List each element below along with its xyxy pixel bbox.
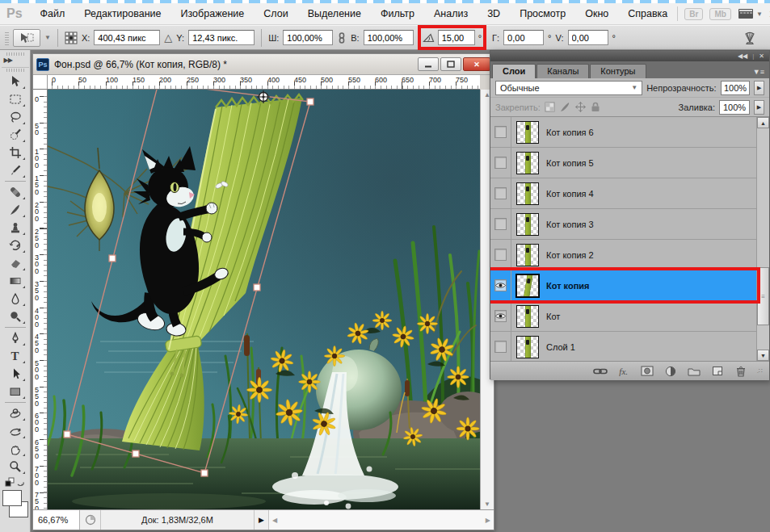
menu-image[interactable]: Изображение (171, 3, 255, 24)
lasso-tool[interactable] (4, 108, 27, 126)
tab-channels[interactable]: Каналы (536, 64, 589, 78)
scroll-right-icon[interactable]: ▶ (486, 517, 490, 524)
collapse-panel-icon[interactable]: ◀◀ (738, 52, 747, 60)
default-colors-icon[interactable] (5, 477, 26, 488)
new-layer-button[interactable] (710, 365, 725, 378)
layers-scrollbar[interactable]: ▲ ≡ ▼ (756, 117, 769, 361)
path-selection-tool[interactable] (4, 365, 27, 383)
document-title-bar[interactable]: Ps Фон.psd @ 66,7% (Кот копия, RGB/8) * … (33, 54, 494, 75)
hand-tool[interactable] (4, 440, 27, 458)
blend-mode-select[interactable]: Обычные▼ (495, 81, 642, 95)
blur-tool[interactable] (4, 290, 27, 308)
maximize-button[interactable] (440, 57, 461, 71)
menu-help[interactable]: Справка (618, 3, 677, 24)
color-swatches[interactable] (2, 489, 29, 526)
burn-tool[interactable] (4, 308, 27, 325)
menu-3d[interactable]: 3D (478, 3, 510, 24)
eye-icon[interactable] (494, 279, 507, 291)
eye-icon[interactable] (494, 310, 507, 322)
layer-thumbnail[interactable] (516, 244, 539, 266)
status-zoom-input[interactable]: 66,67% (33, 510, 80, 530)
menu-layers[interactable]: Слои (254, 3, 297, 24)
tool-preset-icon[interactable] (13, 29, 40, 47)
fill-spinner[interactable]: ▶ (754, 100, 764, 115)
eraser-tool[interactable] (4, 254, 27, 272)
layer-row[interactable]: Кот копия 3 (490, 209, 757, 240)
reference-point-locator[interactable] (65, 31, 78, 44)
menu-select[interactable]: Выделение (298, 3, 371, 24)
minimize-button[interactable] (418, 57, 439, 71)
layer-mask-button[interactable] (640, 365, 654, 378)
tool-preset-arrow[interactable]: ▼ (44, 34, 51, 41)
eyedropper-tool[interactable] (4, 161, 27, 179)
type-tool[interactable]: T (4, 347, 27, 365)
scroll-down-icon[interactable]: ▼ (484, 501, 490, 508)
3d-rotate-tool[interactable] (4, 404, 27, 422)
layer-row[interactable]: Кот копия 6 (490, 117, 757, 148)
transform-handle-top-right[interactable] (307, 98, 313, 105)
visibility-cell[interactable] (490, 270, 511, 301)
relative-position-icon[interactable]: △ (164, 31, 172, 44)
workspace-switcher-icon[interactable]: ▼ (738, 8, 763, 19)
panel-resize-grip[interactable]: .∷ (757, 367, 763, 375)
opacity-value[interactable]: 100% (721, 81, 751, 95)
tab-paths[interactable]: Контуры (590, 64, 646, 78)
delete-layer-button[interactable] (734, 365, 748, 378)
visibility-cell[interactable] (490, 209, 511, 240)
layer-thumbnail[interactable] (516, 182, 539, 205)
clone-stamp-tool[interactable] (4, 219, 27, 237)
rectangular-marquee-tool[interactable] (4, 90, 27, 108)
tab-layers[interactable]: Слои (492, 64, 536, 78)
link-layers-button[interactable] (593, 365, 608, 378)
visibility-cell[interactable] (490, 240, 511, 270)
spot-healing-tool[interactable] (4, 183, 27, 201)
layers-scroll-up[interactable]: ▲ (757, 117, 769, 128)
fill-value[interactable]: 100% (719, 100, 750, 115)
rectangle-shape-tool[interactable] (4, 383, 27, 400)
foreground-color-swatch[interactable] (2, 490, 22, 506)
menu-filter[interactable]: Фильтр (371, 3, 424, 24)
height-input[interactable] (364, 30, 414, 45)
transform-handle-bottom-right[interactable] (201, 470, 208, 476)
layer-row[interactable]: Кот (490, 301, 757, 332)
status-menu-arrow[interactable]: ▶ (255, 510, 269, 530)
bridge-button[interactable]: Br (684, 8, 703, 20)
transform-handle-bottom[interactable] (133, 450, 139, 457)
adjustment-layer-button[interactable] (663, 365, 678, 378)
transform-handle-left[interactable] (109, 255, 116, 262)
layer-thumbnail[interactable] (516, 336, 539, 358)
x-input[interactable] (94, 30, 160, 45)
panel-menu-icon[interactable]: ▼≡ (750, 68, 768, 78)
crop-tool[interactable] (4, 144, 27, 161)
visibility-cell[interactable] (490, 178, 511, 209)
pen-tool[interactable] (4, 329, 27, 347)
layer-row[interactable]: Кот копия 2 (490, 240, 757, 270)
visibility-cell[interactable] (490, 301, 511, 332)
menu-analysis[interactable]: Анализ (424, 3, 478, 24)
3d-orbit-tool[interactable] (4, 422, 27, 440)
layer-thumbnail[interactable] (516, 274, 539, 297)
lock-position-icon[interactable] (575, 102, 586, 112)
rotate-angle-input[interactable] (438, 30, 475, 45)
vskew-input[interactable] (568, 30, 608, 45)
layer-row[interactable]: Слой 1 (490, 332, 757, 361)
layers-scroll-thumb[interactable]: ≡ (757, 267, 769, 325)
layer-thumbnail[interactable] (516, 121, 539, 144)
layer-row[interactable]: Кот копия 4 (490, 178, 757, 209)
mini-bridge-button[interactable]: Mb (709, 8, 730, 20)
visibility-cell[interactable] (490, 117, 511, 148)
scroll-left-icon[interactable]: ◀ (272, 517, 277, 524)
layer-thumbnail[interactable] (516, 305, 539, 328)
brush-tool[interactable] (4, 201, 27, 219)
menu-edit[interactable]: Редактирование (74, 3, 170, 24)
layer-thumbnail[interactable] (516, 152, 539, 174)
tools-collapse-button[interactable]: ▶▶ (2, 57, 29, 68)
menu-window[interactable]: Окно (575, 3, 618, 24)
move-tool[interactable] (4, 73, 27, 90)
visibility-cell[interactable] (490, 332, 511, 362)
document-horizontal-scrollbar[interactable]: ◀ ▶ (269, 510, 494, 530)
opacity-spinner[interactable]: ▶ (754, 81, 764, 95)
close-button[interactable]: ✕ (463, 57, 490, 71)
lock-pixels-icon[interactable] (560, 102, 570, 112)
menu-view[interactable]: Просмотр (510, 3, 575, 24)
